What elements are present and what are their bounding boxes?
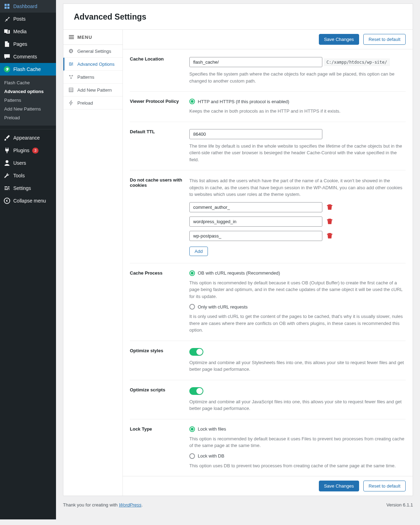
cache-location-input[interactable] bbox=[189, 57, 322, 67]
default-ttl-label: Default TTL bbox=[130, 129, 189, 163]
sidebar-item-label: Users bbox=[13, 160, 26, 166]
footer-version: Version 6.1.1 bbox=[386, 502, 413, 508]
nodes-icon bbox=[68, 74, 74, 80]
sidebar-item-plugins[interactable]: Plugins3 bbox=[0, 144, 56, 157]
comment-icon bbox=[4, 53, 10, 60]
cache-process-curl-radio[interactable] bbox=[189, 304, 195, 310]
list-icon bbox=[68, 87, 74, 93]
optimize-styles-toggle[interactable] bbox=[189, 348, 203, 356]
trash-icon[interactable] bbox=[327, 218, 333, 225]
help-text: This option is recommended by default be… bbox=[189, 435, 406, 449]
sidebar-item-label: Collapse menu bbox=[13, 198, 46, 204]
dashboard-icon bbox=[4, 3, 10, 10]
menu-item-advanced-options[interactable]: Advanced Options bbox=[63, 58, 122, 71]
sidebar-item-label: Flash Cache bbox=[13, 66, 41, 72]
cache-location-path: C:/xampp/htdocs/wp-site/ bbox=[324, 58, 390, 66]
cookie-input[interactable] bbox=[189, 231, 322, 241]
menu-header: MENU bbox=[63, 30, 122, 45]
sidebar-item-label: Dashboard bbox=[13, 3, 37, 9]
menu-item-patterns[interactable]: Patterns bbox=[63, 71, 122, 84]
sidebar-item-label: Plugins bbox=[13, 148, 29, 153]
sidebar-subitem[interactable]: Add New Patterns bbox=[0, 105, 56, 113]
menu-item-general-settings[interactable]: General Settings bbox=[63, 45, 122, 58]
menu-item-label: Patterns bbox=[77, 75, 94, 80]
user-icon bbox=[4, 159, 10, 166]
menu-item-add-new-pattern[interactable]: Add New Pattern bbox=[63, 84, 122, 97]
sidebar-item-collapse-menu[interactable]: Collapse menu bbox=[0, 194, 56, 207]
cache-process-opt2: Only with cURL requests bbox=[198, 304, 248, 310]
lock-files-radio[interactable] bbox=[189, 426, 195, 432]
optimize-scripts-label: Optimize scripts bbox=[130, 387, 189, 412]
footer-thanks: Thank you for creating with WordPress. bbox=[63, 502, 143, 508]
lock-db-radio[interactable] bbox=[189, 453, 195, 459]
sidebar-subitem[interactable]: Advanced options bbox=[0, 87, 56, 96]
sidebar-item-settings[interactable]: Settings bbox=[0, 182, 56, 194]
sidebar-item-media[interactable]: Media bbox=[0, 25, 56, 38]
lock-type-opt1: Lock with files bbox=[198, 426, 226, 432]
sidebar-item-users[interactable]: Users bbox=[0, 157, 56, 169]
sidebar-item-tools[interactable]: Tools bbox=[0, 169, 56, 182]
save-button-bottom[interactable]: Save Changes bbox=[319, 481, 359, 491]
help-text: Optimize and combine all your Stylesheet… bbox=[189, 359, 406, 373]
sidebar-item-comments[interactable]: Comments bbox=[0, 50, 56, 63]
help-text: Optimize and combine all your JavaScript… bbox=[189, 398, 406, 412]
optimize-scripts-toggle[interactable] bbox=[189, 387, 203, 395]
sidebar-item-label: Settings bbox=[13, 185, 31, 191]
sidebar-subitem[interactable]: Flash Cache bbox=[0, 78, 56, 87]
help-text: Keeps the cache in both protocols as in … bbox=[189, 108, 406, 115]
menu-item-preload[interactable]: Preload bbox=[63, 97, 122, 109]
reset-button[interactable]: Reset to default bbox=[363, 34, 406, 45]
admin-sidebar: DashboardPostsMediaPagesCommentsFlash Ca… bbox=[0, 0, 56, 519]
sidebar-subitem[interactable]: Preload bbox=[0, 113, 56, 122]
cookie-input[interactable] bbox=[189, 217, 322, 227]
sidebar-item-dashboard[interactable]: Dashboard bbox=[0, 0, 56, 13]
sidebar-subitem[interactable]: Patterns bbox=[0, 96, 56, 105]
sidebar-item-pages[interactable]: Pages bbox=[0, 38, 56, 50]
lock-type-label: Lock Type bbox=[130, 426, 189, 469]
wordpress-link[interactable]: WordPress bbox=[119, 502, 141, 508]
viewer-protocol-option: HTTP and HTTPS (If this protocol is enab… bbox=[198, 99, 289, 104]
sliders-icon bbox=[68, 61, 74, 67]
sliders-icon bbox=[4, 185, 10, 192]
sidebar-item-label: Pages bbox=[13, 41, 27, 47]
page-icon bbox=[4, 41, 10, 48]
sidebar-item-flash-cache[interactable]: Flash Cache bbox=[0, 63, 56, 76]
bolt-icon bbox=[68, 100, 74, 106]
cache-location-label: Cache Location bbox=[130, 56, 189, 84]
brush-icon bbox=[4, 134, 10, 141]
menu-item-label: Add New Pattern bbox=[77, 87, 112, 93]
menu-item-label: General Settings bbox=[77, 49, 111, 54]
help-text: This option is recommended by default be… bbox=[189, 279, 406, 300]
badge: 3 bbox=[32, 148, 38, 154]
gear-icon bbox=[68, 48, 74, 54]
sidebar-item-posts[interactable]: Posts bbox=[0, 13, 56, 25]
cookie-input[interactable] bbox=[189, 202, 322, 212]
menu-item-label: Advanced Options bbox=[77, 62, 114, 67]
settings-menu: MENU General SettingsAdvanced OptionsPat… bbox=[63, 30, 123, 496]
media-icon bbox=[4, 28, 10, 35]
cache-process-label: Cache Process bbox=[130, 270, 189, 334]
optimize-styles-label: Optimize styles bbox=[130, 348, 189, 373]
add-cookie-button[interactable]: Add bbox=[189, 247, 208, 256]
save-button[interactable]: Save Changes bbox=[319, 34, 359, 45]
flash-cache-icon bbox=[4, 66, 10, 73]
help-text: This option uses DB to prevent two proce… bbox=[189, 462, 406, 469]
default-ttl-input[interactable] bbox=[189, 129, 322, 139]
sidebar-item-label: Media bbox=[13, 29, 27, 34]
sidebar-item-label: Appearance bbox=[13, 135, 40, 141]
collapse-icon bbox=[4, 197, 10, 204]
cache-process-opt1: OB with cURL requests (Recommended) bbox=[198, 270, 280, 276]
sidebar-item-appearance[interactable]: Appearance bbox=[0, 132, 56, 144]
trash-icon[interactable] bbox=[327, 233, 333, 239]
trash-icon[interactable] bbox=[327, 204, 333, 210]
menu-item-label: Preload bbox=[77, 100, 93, 106]
sidebar-item-label: Comments bbox=[13, 54, 37, 59]
viewer-protocol-radio[interactable] bbox=[189, 99, 195, 104]
cache-process-ob-radio[interactable] bbox=[189, 270, 195, 276]
reset-button-bottom[interactable]: Reset to default bbox=[363, 481, 406, 491]
wrench-icon bbox=[4, 172, 10, 179]
hamburger-icon bbox=[68, 34, 75, 40]
help-text: It is only used with cURL to get the con… bbox=[189, 313, 406, 334]
main-content: Advanced Settings MENU General SettingsA… bbox=[56, 0, 420, 519]
cookies-label: Do not cache users with cookies bbox=[130, 177, 189, 256]
